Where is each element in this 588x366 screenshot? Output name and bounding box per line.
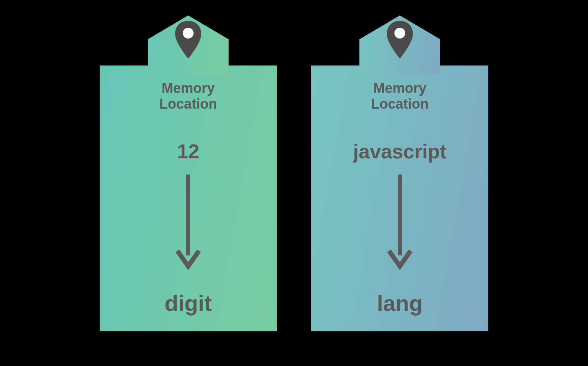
label-line-2: Location	[159, 96, 217, 112]
arrow-down-icon	[173, 175, 204, 275]
label-line-1: Memory	[162, 80, 215, 96]
memory-location-label: Memory Location	[371, 80, 429, 112]
card-body: Memory Location 12 digit	[100, 65, 277, 331]
diagram-stage: Memory Location 12 digit Memory Location…	[100, 15, 488, 331]
stored-value: javascript	[353, 140, 447, 163]
svg-point-2	[394, 28, 405, 39]
label-line-2: Location	[371, 96, 429, 112]
memory-location-label: Memory Location	[159, 80, 217, 112]
memory-card-digit: Memory Location 12 digit	[100, 15, 277, 331]
arrow-down-icon	[384, 175, 415, 275]
variable-name: digit	[165, 290, 212, 316]
variable-name: lang	[377, 290, 423, 316]
svg-point-0	[183, 28, 194, 39]
stored-value: 12	[177, 140, 199, 163]
memory-card-lang: Memory Location javascript lang	[311, 15, 488, 331]
location-pin-icon	[173, 21, 204, 59]
label-line-1: Memory	[373, 80, 426, 96]
card-body: Memory Location javascript lang	[311, 65, 488, 331]
location-pin-icon	[384, 21, 415, 59]
